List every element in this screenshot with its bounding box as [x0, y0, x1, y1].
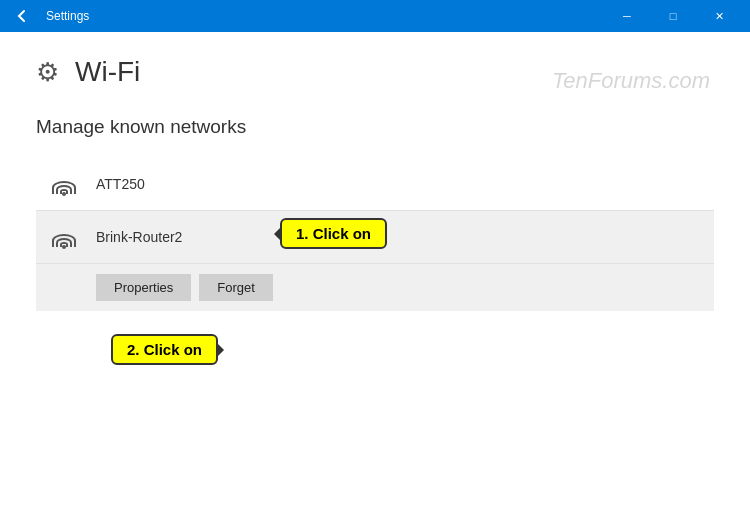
section-heading: Manage known networks: [36, 116, 714, 138]
network-name-att250: ATT250: [96, 176, 702, 192]
forget-button[interactable]: Forget: [199, 274, 273, 301]
minimize-button[interactable]: ─: [604, 0, 650, 32]
properties-button[interactable]: Properties: [96, 274, 191, 301]
network-name-brink-router2: Brink-Router2: [96, 229, 702, 245]
network-item-att250[interactable]: ATT250: [36, 158, 714, 211]
network-actions-row: Properties Forget: [36, 264, 714, 311]
titlebar: Settings ─ □ ✕: [0, 0, 750, 32]
network-item-brink-router2[interactable]: Brink-Router2: [36, 211, 714, 264]
maximize-button[interactable]: □: [650, 0, 696, 32]
close-button[interactable]: ✕: [696, 0, 742, 32]
wifi-page-title: Wi-Fi: [75, 56, 140, 88]
settings-content: TenForums.com ⚙ Wi-Fi Manage known netwo…: [0, 32, 750, 335]
wifi-icon-brink-router2: [48, 221, 80, 253]
wifi-header: ⚙ Wi-Fi: [36, 56, 714, 88]
wifi-icon-att250: [48, 168, 80, 200]
callout-2: 2. Click on: [111, 334, 218, 365]
window-title: Settings: [46, 9, 594, 23]
window-controls: ─ □ ✕: [604, 0, 742, 32]
gear-icon: ⚙: [36, 57, 59, 88]
back-button[interactable]: [8, 2, 36, 30]
network-list: ATT250 Brink-Router2 Properties Forget: [36, 158, 714, 311]
